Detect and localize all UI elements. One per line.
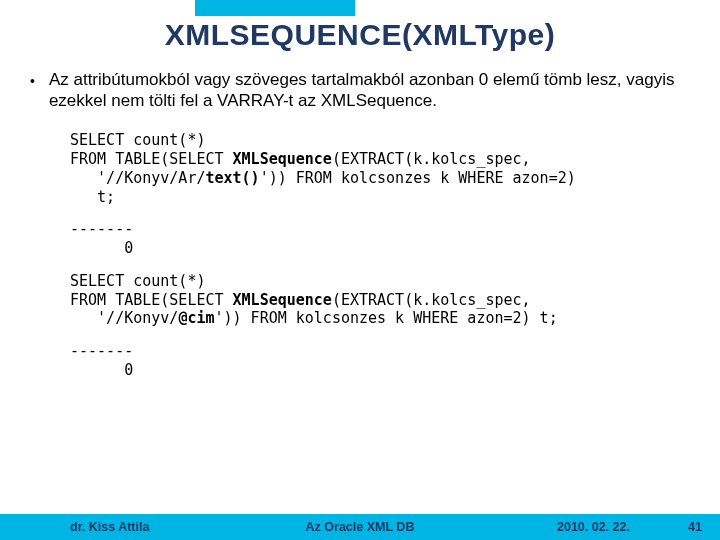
slide-footer: dr. Kiss Attila Az Oracle XML DB 2010. 0… (0, 514, 720, 540)
output-block-2: ------- 0 (70, 342, 720, 380)
footer-date: 2010. 02. 22. (557, 520, 630, 534)
footer-author: dr. Kiss Attila (70, 520, 149, 534)
code-block-1: SELECT count(*) FROM TABLE(SELECT XMLSeq… (70, 131, 720, 206)
code-region: SELECT count(*) FROM TABLE(SELECT XMLSeq… (0, 111, 720, 379)
slide-title: XMLSEQUENCE(XMLType) (0, 0, 720, 70)
bullet-text: Az attribútumokból vagy szöveges tartalm… (49, 70, 690, 111)
output-block-1: ------- 0 (70, 220, 720, 258)
top-accent-bar (195, 0, 355, 16)
bullet-marker: • (30, 70, 49, 111)
bullet-item: • Az attribútumokból vagy szöveges tarta… (0, 70, 720, 111)
footer-page-number: 41 (688, 520, 702, 534)
code-block-2: SELECT count(*) FROM TABLE(SELECT XMLSeq… (70, 272, 720, 328)
